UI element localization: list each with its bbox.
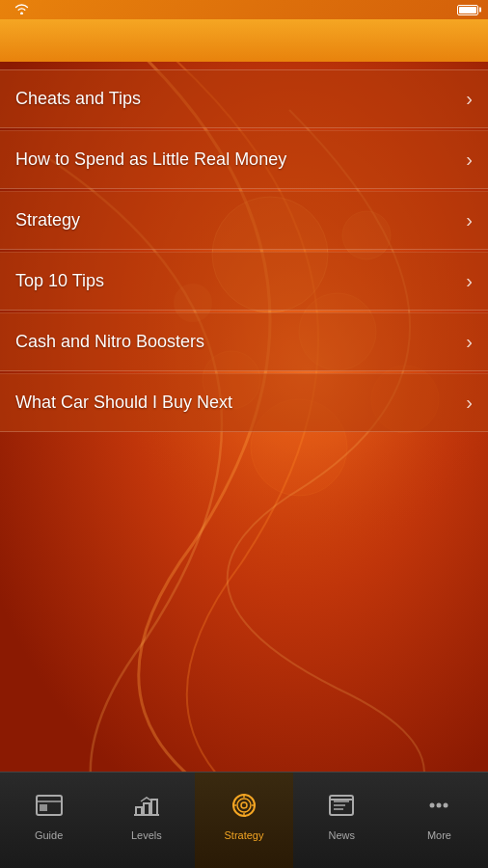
chevron-right-icon: › [466, 209, 473, 231]
svg-point-15 [241, 802, 247, 808]
tab-news[interactable]: News [293, 773, 391, 868]
chevron-right-icon: › [466, 149, 473, 171]
svg-point-14 [237, 799, 251, 812]
news-icon [326, 792, 357, 826]
main-content: Cheats and Tips › How to Spend as Little… [0, 62, 488, 772]
chevron-right-icon: › [466, 270, 473, 292]
list-item-label: Cash and Nitro Boosters [15, 332, 204, 352]
list-item-label: Cheats and Tips [15, 89, 141, 109]
svg-point-26 [437, 803, 442, 808]
battery-icon [457, 5, 478, 15]
svg-point-27 [444, 803, 448, 808]
list-item-label: How to Spend as Little Real Money [15, 149, 286, 170]
tab-strategy[interactable]: Strategy [195, 773, 292, 868]
list-item-3[interactable]: Strategy › [0, 191, 488, 250]
tab-bar: Guide Levels Strategy [0, 772, 488, 868]
tab-label-guide: Guide [35, 829, 63, 841]
status-bar [0, 0, 488, 19]
list-item-label: Strategy [15, 210, 80, 231]
wifi-icon [14, 3, 29, 16]
chevron-right-icon: › [466, 88, 473, 110]
list-item-label: Top 10 Tips [15, 271, 104, 291]
menu-list: Cheats and Tips › How to Spend as Little… [0, 62, 488, 432]
tab-label-more: More [427, 829, 451, 841]
guide-icon [34, 792, 65, 826]
list-item-1[interactable]: Cheats and Tips › [0, 69, 488, 128]
tab-label-levels: Levels [131, 829, 162, 841]
list-item-4[interactable]: Top 10 Tips › [0, 252, 488, 311]
more-icon [423, 792, 454, 826]
chevron-right-icon: › [466, 331, 473, 353]
strategy-icon [229, 792, 259, 826]
tab-levels[interactable]: Levels [97, 773, 195, 868]
tab-label-news: News [328, 829, 355, 841]
list-item-label: What Car Should I Buy Next [15, 393, 232, 413]
tab-more[interactable]: More [391, 773, 488, 868]
tab-label-strategy: Strategy [225, 829, 264, 841]
chevron-right-icon: › [466, 392, 473, 414]
app-header [0, 19, 488, 62]
levels-icon [131, 792, 162, 826]
svg-rect-11 [40, 804, 47, 811]
list-item-6[interactable]: What Car Should I Buy Next › [0, 373, 488, 432]
svg-point-25 [430, 803, 435, 808]
tab-guide[interactable]: Guide [0, 773, 97, 868]
list-item-5[interactable]: Cash and Nitro Boosters › [0, 312, 488, 371]
list-item-2[interactable]: How to Spend as Little Real Money › [0, 130, 488, 189]
